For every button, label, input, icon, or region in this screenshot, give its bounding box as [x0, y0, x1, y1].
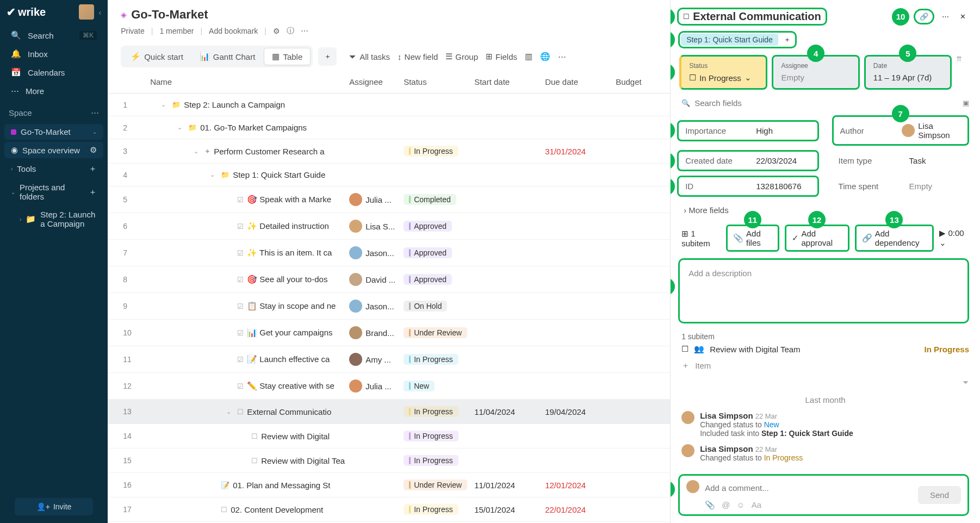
add-files-button[interactable]: 11 📎 Add files: [726, 225, 779, 252]
add-subitem[interactable]: ＋ Item: [681, 357, 969, 374]
more-icon[interactable]: ⋯: [91, 108, 99, 117]
timer-button[interactable]: ▶ 0:00 ⌄: [939, 228, 969, 248]
table-row[interactable]: 5☑ 🎯 Speak with a MarkeJulia ...Complete…: [108, 186, 670, 213]
author-field[interactable]: 7 Author Lisa Simpson: [832, 115, 969, 146]
new-field-button[interactable]: ↕ New field: [398, 52, 438, 61]
close-icon[interactable]: ✕: [957, 13, 969, 21]
plus-icon[interactable]: ＋: [89, 164, 97, 174]
mention-icon[interactable]: @: [722, 500, 730, 510]
privacy[interactable]: Private: [121, 27, 145, 35]
members[interactable]: 1 member: [159, 27, 194, 35]
add-approval-button[interactable]: 12 ✓ Add approval: [785, 225, 849, 252]
description-input[interactable]: Add a description: [678, 258, 969, 323]
globe-icon[interactable]: 🌐: [540, 52, 550, 61]
tab-table[interactable]: ▦ Table: [264, 48, 311, 65]
group-button[interactable]: ☰ Group: [445, 52, 478, 61]
time-spent-field[interactable]: Time spentEmpty: [832, 176, 969, 197]
id-field[interactable]: ID1328180676: [677, 176, 818, 197]
main: ◈ Go-To-Market Private | 1 member | Add …: [108, 0, 670, 523]
nav-calendars[interactable]: 📅Calendars: [4, 63, 103, 82]
table-header: Name Assignee Status Start date Due date…: [108, 71, 670, 94]
activity-entry: Lisa Simpson22 MarChanged status to In P…: [681, 441, 969, 465]
fields-button[interactable]: ⊞ Fields: [486, 52, 517, 61]
table-row[interactable]: 2⌄📁 01. Go-To Market Campaigns: [108, 116, 670, 139]
page-title: Go-To-Market: [131, 8, 208, 22]
sidebar-tools[interactable]: ›Tools ＋: [4, 160, 103, 177]
project-icon: ◈: [121, 10, 127, 19]
table-row[interactable]: 4⌄📁 Step 1: Quick Start Guide: [108, 164, 670, 186]
panel-icon[interactable]: ▣: [963, 99, 969, 107]
gear-icon[interactable]: ⚙: [90, 145, 97, 155]
view-icon[interactable]: ▥: [525, 52, 532, 61]
col-assignee[interactable]: Assignee: [347, 71, 401, 93]
assignee-field[interactable]: 4 Assignee Empty: [772, 55, 859, 90]
plus-icon[interactable]: ＋: [89, 187, 97, 197]
tab-quick-start[interactable]: ⚡ Quick start: [123, 48, 191, 65]
col-name[interactable]: Name: [148, 71, 347, 93]
add-folder-icon[interactable]: ＋: [780, 35, 794, 45]
status-field[interactable]: Status ☐ In Progress ⌄: [679, 55, 767, 90]
tab-gantt[interactable]: 📊 Gantt Chart: [192, 48, 263, 65]
nav-more[interactable]: ⋯More: [4, 82, 103, 100]
attach-icon[interactable]: 📎: [705, 500, 715, 510]
table-row[interactable]: 16📝 01. Plan and Messaging StUnder Revie…: [108, 473, 670, 497]
avatar[interactable]: [79, 4, 94, 20]
link-icon[interactable]: 🔗: [914, 9, 934, 24]
add-tab-button[interactable]: ＋: [318, 47, 337, 66]
sidebar: ✔ wrike ‹ 🔍Search⌘K🔔Inbox📅Calendars⋯More…: [0, 0, 108, 523]
task-icon: ☐: [683, 13, 690, 21]
col-budget[interactable]: Budget: [613, 71, 657, 93]
nav-inbox[interactable]: 🔔Inbox: [4, 45, 103, 63]
detail-title[interactable]: External Communication: [693, 10, 821, 23]
table-row[interactable]: 7☑ ✨ This is an item. It caJason...Appro…: [108, 240, 670, 266]
table-row[interactable]: 12☑ ✏️ Stay creative with seJulia ...New: [108, 373, 670, 400]
table-row[interactable]: 13⌄☐ External CommunicatioIn Progress11/…: [108, 400, 670, 424]
table-row[interactable]: 6☑ ✨ Detailed instructionLisa S...Approv…: [108, 213, 670, 240]
projects-folders[interactable]: ⌄Projects and folders ＋: [4, 179, 103, 204]
table-row[interactable]: 15☐ Review with Digital TeaIn Progress: [108, 449, 670, 473]
search-fields-input[interactable]: [694, 98, 958, 108]
space-project[interactable]: Go-To-Market ⌄: [4, 124, 103, 140]
table-row[interactable]: 10☑ 📊 Get your campaignsBrand...Under Re…: [108, 320, 670, 346]
gear-icon[interactable]: ⚙: [273, 27, 280, 35]
more-icon[interactable]: ⋯: [939, 13, 952, 21]
space-overview[interactable]: ◉Space overview ⚙: [4, 142, 103, 158]
filter-all-tasks[interactable]: ⏷ All tasks: [349, 52, 390, 61]
table-row[interactable]: 1⌄📁 Step 2: Launch a Campaign: [108, 94, 670, 116]
subitem-count[interactable]: ⊞ 1 subitem: [681, 229, 721, 248]
space-label: Space: [9, 108, 32, 117]
subitem-row[interactable]: ☐👥 Review with Digital Team In Progress: [681, 341, 969, 357]
logo: ✔ wrike: [7, 5, 46, 18]
collapse-icon[interactable]: ‹: [98, 8, 101, 17]
table-row[interactable]: 17☐ 02. Content DevelopmentIn Progress15…: [108, 497, 670, 522]
send-button[interactable]: Send: [918, 486, 961, 504]
date-field[interactable]: 5 Date 11 – 19 Apr (7d): [864, 55, 952, 90]
comment-input[interactable]: [705, 480, 913, 496]
add-dependency-button[interactable]: 13 🔗 Add dependency: [855, 225, 934, 252]
table-row[interactable]: 8☑ 🎯 See all your to-dosDavid ...Approve…: [108, 266, 670, 293]
created-date-field[interactable]: Created date22/03/2024: [677, 150, 818, 171]
folder-chip[interactable]: Step 1: Quick Start Guide: [681, 34, 778, 46]
col-start[interactable]: Start date: [472, 71, 543, 93]
add-bookmark[interactable]: Add bookmark: [209, 27, 258, 35]
search-icon: 🔍: [681, 99, 690, 107]
col-due[interactable]: Due date: [543, 71, 613, 93]
more-icon[interactable]: ⋯: [558, 52, 566, 61]
importance-field[interactable]: ImportanceHigh: [677, 120, 818, 141]
invite-button[interactable]: 👤+ Invite: [15, 498, 94, 515]
avatar: [686, 480, 699, 493]
table-row[interactable]: 14☐ Review with DigitalIn Progress: [108, 424, 670, 449]
table-row[interactable]: 9☑ 📋 Stay in scope and neJason...On Hold: [108, 293, 670, 320]
emoji-icon[interactable]: ☺: [736, 500, 745, 510]
col-status[interactable]: Status: [401, 71, 472, 93]
nav-search[interactable]: 🔍Search⌘K: [4, 26, 103, 45]
filter-icon[interactable]: ⏷: [962, 378, 969, 387]
table-row[interactable]: 11☑ 📝 Launch effective caAmy ...In Progr…: [108, 346, 670, 373]
item-type-field[interactable]: Item typeTask: [832, 150, 969, 171]
table-row[interactable]: 3⌄✦ Perform Customer Research aIn Progre…: [108, 139, 670, 164]
sidebar-folder-item[interactable]: ›📁Step 2: Launch a Campaign: [4, 207, 103, 232]
more-icon[interactable]: ⋯: [301, 27, 308, 35]
format-icon[interactable]: Aa: [752, 500, 761, 510]
collapse-icon[interactable]: ⇈: [956, 55, 969, 90]
info-icon[interactable]: ⓘ: [287, 26, 294, 36]
